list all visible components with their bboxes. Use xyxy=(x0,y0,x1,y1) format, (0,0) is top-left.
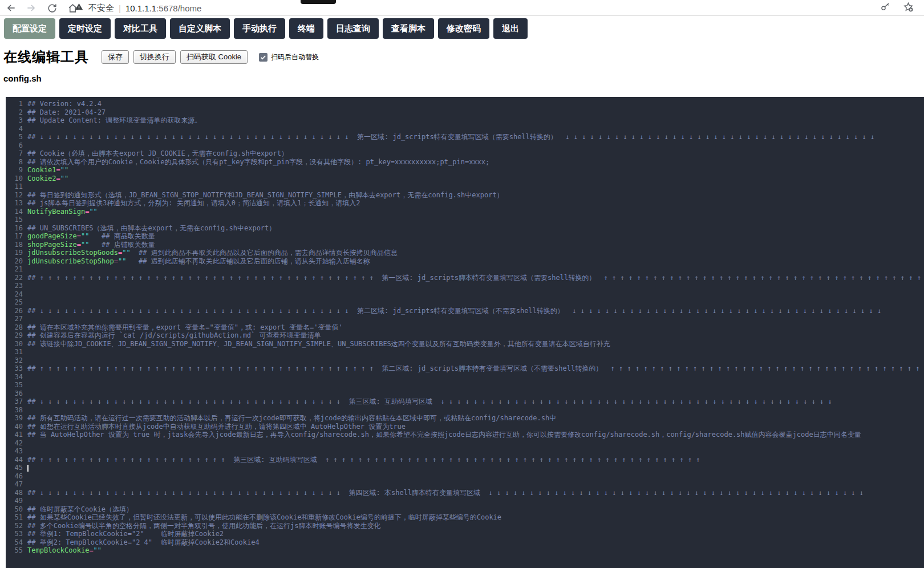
line-number: 53 xyxy=(6,530,23,538)
line-number: 14 xyxy=(6,208,23,216)
url-bar[interactable]: 不安全 | 10.1.1.1:5678/home xyxy=(74,0,201,16)
code-line: 2## Date: 2021-04-27 xyxy=(6,108,924,117)
code-line: 7## Cookie（必填，由脚本去export JD_COOKIE，无需在co… xyxy=(6,149,924,158)
line-number: 47 xyxy=(6,480,23,489)
code-line: 49 xyxy=(6,497,924,505)
code-line: 35 xyxy=(6,381,924,390)
line-number: 46 xyxy=(6,472,23,481)
code-line: 11 xyxy=(6,182,924,191)
save-button[interactable]: 保存 xyxy=(102,50,129,64)
line-number: 44 xyxy=(6,456,23,464)
line-number: 33 xyxy=(6,364,23,373)
code-line: 40## 如想在运行互助活动脚本时直接从jcode中自动获取互助码并进行互助，请… xyxy=(6,423,924,431)
line-number: 35 xyxy=(6,381,23,390)
code-line: 13## js脚本每日签到提供3种通知方式，分别为: 关闭通知，请填入0；简洁通… xyxy=(6,199,924,208)
code-line: 21 xyxy=(6,265,924,274)
code-line: 41## 当 AutoHelpOther 设置为 true 时，jtask会先导… xyxy=(6,431,924,439)
code-line: 24 xyxy=(6,290,924,299)
key-icon[interactable] xyxy=(880,2,890,14)
line-number: 6 xyxy=(6,141,23,150)
line-number: 18 xyxy=(6,241,23,249)
line-number: 11 xyxy=(6,182,23,191)
nav-button-5[interactable]: 终端 xyxy=(289,18,323,39)
nav-button-7[interactable]: 查看脚本 xyxy=(383,18,434,39)
nav-button-6[interactable]: 日志查询 xyxy=(327,18,379,39)
code-line: 29## 创建容器后在容器内运行 `cat /jd/scripts/github… xyxy=(6,331,924,340)
code-editor[interactable]: 1## Version: v4.2.42## Date: 2021-04-273… xyxy=(6,97,924,568)
page-title: 在线编辑工具 xyxy=(3,48,89,66)
auto-replace-label: 扫码后自动替换 xyxy=(271,52,319,62)
line-number: 15 xyxy=(6,216,23,224)
main-nav: 配置设定定时设定对比工具自定义脚本手动执行终端日志查询查看脚本修改密码退出 xyxy=(4,18,528,39)
line-number: 25 xyxy=(6,298,23,307)
line-number: 9 xyxy=(6,166,23,175)
line-number: 4 xyxy=(6,125,23,133)
line-number: 24 xyxy=(6,290,23,299)
scan-cookie-button[interactable]: 扫码获取 Cookie xyxy=(180,50,248,64)
code-line: 43 xyxy=(6,447,924,456)
line-number: 51 xyxy=(6,513,23,522)
line-number: 49 xyxy=(6,497,23,505)
line-number: 52 xyxy=(6,522,23,530)
line-number: 23 xyxy=(6,282,23,290)
code-line: 9Cookie1="" xyxy=(6,166,924,175)
browser-chrome: 不安全 | 10.1.1.1:5678/home xyxy=(0,0,924,16)
code-line: 16## UN_SUBSCRIBES（选填，由脚本去export，无需在conf… xyxy=(6,224,924,233)
line-number: 7 xyxy=(6,149,23,158)
code-line: 15 xyxy=(6,216,924,224)
code-line: 27 xyxy=(6,315,924,323)
code-line: 36 xyxy=(6,390,924,398)
code-line: 4 xyxy=(6,125,924,133)
code-line: 47 xyxy=(6,480,924,489)
browser-tab-fragment[interactable] xyxy=(301,0,336,4)
nav-button-0[interactable]: 配置设定 xyxy=(4,18,55,39)
code-line: 23 xyxy=(6,282,924,290)
back-icon[interactable] xyxy=(5,2,17,14)
code-line: 44## ↑ ↑ ↑ ↑ ↑ ↑ ↑ ↑ ↑ ↑ ↑ ↑ ↑ ↑ ↑ ↑ ↑ ↑… xyxy=(6,456,924,464)
line-number: 26 xyxy=(6,307,23,315)
auto-replace-checkbox[interactable] xyxy=(259,53,268,62)
url-text: 10.1.1.1:5678/home xyxy=(125,3,201,13)
code-line: 46 xyxy=(6,472,924,481)
nav-button-8[interactable]: 修改密码 xyxy=(438,18,489,39)
line-number: 20 xyxy=(6,257,23,266)
line-number: 50 xyxy=(6,505,23,514)
code-line: 25 xyxy=(6,298,924,307)
security-label: 不安全 xyxy=(88,3,114,14)
line-number: 8 xyxy=(6,158,23,167)
line-number: 55 xyxy=(6,546,23,555)
file-name: config.sh xyxy=(3,74,42,83)
line-number: 32 xyxy=(6,356,23,365)
line-number: 1 xyxy=(6,100,23,108)
code-area: 1## Version: v4.2.42## Date: 2021-04-273… xyxy=(6,100,924,555)
line-number: 40 xyxy=(6,423,23,431)
nav-button-9[interactable]: 退出 xyxy=(493,18,528,39)
nav-button-1[interactable]: 定时设定 xyxy=(59,18,111,39)
line-number: 37 xyxy=(6,397,23,406)
line-number: 45 xyxy=(6,464,23,472)
star-add-icon[interactable] xyxy=(903,2,914,15)
nav-button-2[interactable]: 对比工具 xyxy=(115,18,166,39)
line-number: 22 xyxy=(6,274,23,282)
warning-icon xyxy=(74,2,84,14)
line-number: 42 xyxy=(6,439,23,448)
line-number: 30 xyxy=(6,340,23,348)
code-line: 30## 该链接中除JD_COOKIE、JD_BEAN_SIGN_STOP_NO… xyxy=(6,340,924,348)
line-number: 39 xyxy=(6,414,23,423)
toggle-wrap-button[interactable]: 切换换行 xyxy=(133,50,176,64)
code-line: 42 xyxy=(6,439,924,448)
code-line: 17goodPageSize="" ## 商品取关数量 xyxy=(6,232,924,241)
code-line: 37## ↓ ↓ ↓ ↓ ↓ ↓ ↓ ↓ ↓ ↓ ↓ ↓ ↓ ↓ ↓ ↓ ↓ ↓… xyxy=(6,397,924,406)
line-number: 16 xyxy=(6,224,23,233)
line-number: 43 xyxy=(6,447,23,456)
line-number: 28 xyxy=(6,323,23,332)
nav-button-4[interactable]: 手动执行 xyxy=(234,18,285,39)
text-cursor xyxy=(27,465,29,472)
refresh-icon[interactable] xyxy=(46,2,58,14)
line-number: 10 xyxy=(6,175,23,183)
url-separator: | xyxy=(119,3,121,13)
code-line: 28## 请在本区域补充其他你需要用到变量，export 变量名="变量值"，或… xyxy=(6,323,924,332)
nav-button-3[interactable]: 自定义脚本 xyxy=(170,18,230,39)
forward-icon[interactable] xyxy=(25,2,38,14)
code-line: 14NotifyBeanSign="" xyxy=(6,208,924,216)
